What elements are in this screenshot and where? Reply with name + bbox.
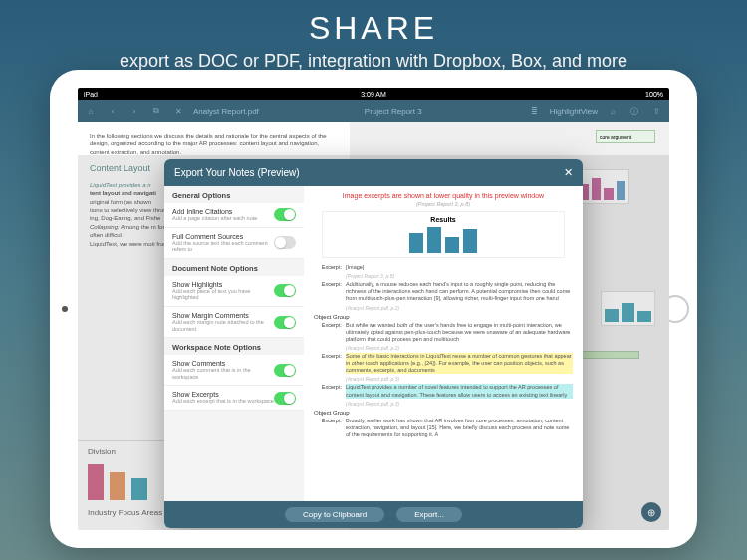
option-desc: Add each piece of text you have highligh… — [172, 288, 274, 301]
excerpt-text: LiquidText provides a number of novel fe… — [346, 384, 573, 398]
preview-source: (Project Report 3, p.8) — [314, 201, 573, 207]
list-icon[interactable]: ≣ — [528, 104, 542, 118]
excerpt-label: Excerpt: — [314, 353, 342, 374]
promo-subtitle: export as DOC or PDF, integration with D… — [0, 51, 747, 72]
export-modal: Export Your Notes (Preview) ✕ General Op… — [164, 159, 583, 528]
options-panel[interactable]: General Options Add Inline Citations Add… — [164, 186, 304, 501]
results-title: Results — [327, 216, 560, 223]
excerpt-text: Some of the basic interactions in Liquid… — [346, 353, 573, 374]
option-label: Add Inline Citations — [172, 208, 274, 215]
modal-overlay: Export Your Notes (Preview) ✕ General Op… — [78, 155, 669, 530]
section-header: Document Note Options — [164, 259, 304, 276]
highlight-view[interactable]: HighlightView — [550, 107, 598, 116]
preview-warning: Image excerpts are shown at lower qualit… — [314, 192, 573, 199]
toggle-switch[interactable] — [274, 208, 296, 221]
object-group-label: Object Group — [314, 410, 573, 416]
option-show-margin[interactable]: Show Margin Comments Add each margin not… — [164, 307, 304, 338]
status-battery: 100% — [645, 91, 663, 98]
option-inline-citations[interactable]: Add Inline Citations Add a page citation… — [164, 203, 304, 228]
option-show-comments[interactable]: Show Comments Add each comment that is i… — [164, 355, 304, 386]
doc-tab-center[interactable]: Project Report 3 — [365, 107, 422, 116]
doc-paragraph: In the following sections we discuss the… — [90, 132, 338, 156]
excerpt-row: Excerpt:Some of the basic interactions i… — [314, 353, 573, 374]
modal-header: Export Your Notes (Preview) ✕ — [164, 159, 583, 186]
excerpt-row: Excerpt:[Image] — [314, 264, 573, 271]
excerpt-source: (Analyst Report.pdf, p.3) — [346, 401, 573, 407]
option-desc: Add each margin note attached to the doc… — [172, 319, 274, 332]
search-icon[interactable]: ⌕ — [606, 104, 620, 118]
section-header: Workspace Note Options — [164, 338, 304, 355]
excerpt-row: Excerpt:Additionally, a mouse reduces ea… — [314, 281, 573, 302]
option-label: Show Margin Comments — [172, 312, 274, 319]
modal-footer: Copy to Clipboard Export... — [164, 501, 583, 528]
home-icon[interactable]: ⌂ — [84, 104, 98, 118]
excerpt-label: Excerpt: — [314, 418, 342, 438]
status-device: iPad — [84, 91, 98, 98]
modal-title: Export Your Notes (Preview) — [174, 167, 300, 178]
doc-tab-left[interactable]: Analyst Report.pdf — [193, 107, 259, 116]
results-chart — [327, 225, 560, 253]
option-label: Full Comment Sources — [172, 233, 274, 240]
toggle-switch[interactable] — [274, 364, 296, 377]
bar — [463, 229, 477, 253]
option-desc: Add each excerpt that is in the workspac… — [172, 398, 274, 405]
bar — [427, 227, 441, 253]
results-chart-box: Results — [322, 211, 565, 258]
info-icon[interactable]: ⓘ — [627, 104, 641, 118]
excerpt-label: Excerpt: — [314, 322, 342, 343]
forward-icon[interactable]: › — [127, 104, 141, 118]
excerpt-text: [Image] — [346, 264, 573, 271]
excerpt-label: Excerpt: — [314, 264, 342, 271]
excerpt-label: Excerpt: — [314, 281, 342, 302]
share-icon[interactable]: ⇧ — [649, 104, 663, 118]
bar — [409, 233, 423, 253]
status-time: 3:09 AM — [361, 91, 386, 98]
excerpt-source: (Project Report 3, p.8) — [346, 273, 573, 279]
option-full-sources[interactable]: Full Comment Sources Add the source text… — [164, 228, 304, 259]
excerpt-text: Broadly, earlier work has shown that AR … — [346, 418, 573, 438]
option-label: Show Highlights — [172, 281, 274, 288]
bar — [445, 237, 459, 253]
option-show-highlights[interactable]: Show Highlights Add each piece of text y… — [164, 276, 304, 307]
toggle-switch[interactable] — [274, 284, 296, 297]
app-toolbar: ⌂ ‹ › ⧉ ✕ Analyst Report.pdf Project Rep… — [78, 100, 669, 122]
ipad-frame: iPad 3:09 AM 100% ⌂ ‹ › ⧉ ✕ Analyst Repo… — [50, 70, 697, 548]
excerpt-source: (Analyst Report.pdf, p.2) — [346, 345, 573, 351]
excerpts-list: Excerpt:[Image](Project Report 3, p.8)Ex… — [314, 264, 573, 438]
app-body: In the following sections we discuss the… — [78, 122, 669, 530]
excerpt-text: But while we wanted both of the user's h… — [346, 322, 573, 343]
preview-panel[interactable]: Image excerpts are shown at lower qualit… — [304, 186, 583, 501]
export-button[interactable]: Export... — [396, 507, 462, 522]
option-desc: Add the source text that each comment re… — [172, 240, 274, 253]
option-desc: Add each comment that is in the workspac… — [172, 367, 274, 380]
app-screen: iPad 3:09 AM 100% ⌂ ‹ › ⧉ ✕ Analyst Repo… — [78, 88, 669, 530]
copy-icon[interactable]: ⧉ — [149, 104, 163, 118]
toggle-switch[interactable] — [274, 236, 296, 249]
promo-title: SHARE — [0, 0, 747, 47]
excerpt-row: Excerpt:Broadly, earlier work has shown … — [314, 418, 573, 438]
modal-body: General Options Add Inline Citations Add… — [164, 186, 583, 501]
object-group-label: Object Group — [314, 314, 573, 320]
toggle-switch[interactable] — [274, 316, 296, 329]
option-label: Show Excerpts — [172, 391, 274, 398]
section-header: General Options — [164, 186, 304, 203]
excerpt-label: Excerpt: — [314, 384, 342, 398]
close-icon[interactable]: ✕ — [564, 166, 573, 179]
option-desc: Add a page citation after each note — [172, 215, 274, 222]
excerpt-row: Excerpt:LiquidText provides a number of … — [314, 384, 573, 398]
sticky-note[interactable]: core argument — [596, 130, 655, 143]
close-doc-icon[interactable]: ✕ — [171, 104, 185, 118]
toggle-switch[interactable] — [274, 392, 296, 405]
excerpt-source: (Analyst Report.pdf, p.3) — [346, 376, 573, 382]
camera-icon — [62, 306, 68, 312]
copy-clipboard-button[interactable]: Copy to Clipboard — [285, 507, 384, 522]
excerpt-source: (Analyst Report.pdf, p.2) — [346, 305, 573, 311]
status-bar: iPad 3:09 AM 100% — [78, 88, 669, 100]
excerpt-row: Excerpt:But while we wanted both of the … — [314, 322, 573, 343]
option-show-excerpts[interactable]: Show Excerpts Add each excerpt that is i… — [164, 386, 304, 411]
option-label: Show Comments — [172, 360, 274, 367]
back-icon[interactable]: ‹ — [106, 104, 120, 118]
excerpt-text: Additionally, a mouse reduces each hand'… — [346, 281, 573, 302]
